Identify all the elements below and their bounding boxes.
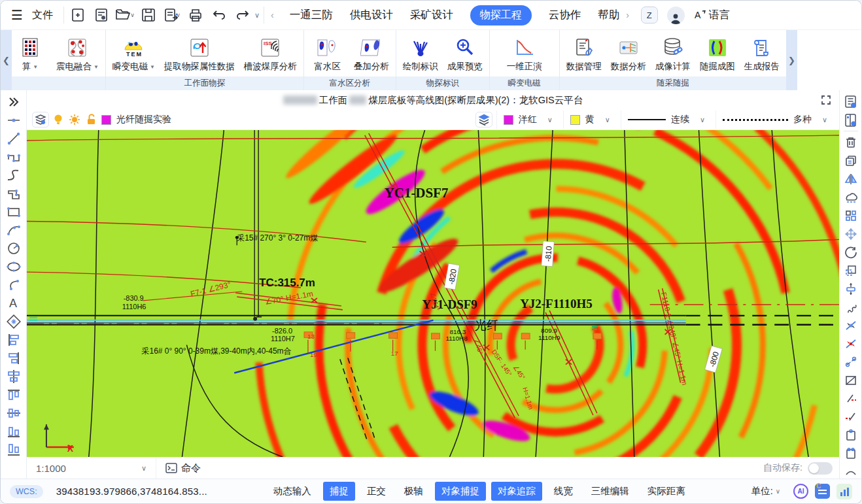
move-tool[interactable]: [842, 225, 860, 243]
spring-tool[interactable]: [842, 298, 860, 316]
scale-rect-tool[interactable]: [842, 261, 860, 279]
tool-chengguoyulan[interactable]: 成果预览: [447, 37, 483, 73]
align-right-tool[interactable]: [5, 349, 23, 367]
point-tool[interactable]: [5, 111, 23, 129]
command-input[interactable]: 命令: [165, 462, 201, 475]
avatar[interactable]: [667, 7, 685, 24]
tab-help[interactable]: 帮助: [598, 8, 619, 22]
tabs-scroll-left-icon[interactable]: ‹: [268, 10, 277, 20]
paste-single-tool[interactable]: [842, 426, 860, 444]
color-select[interactable]: 洋红 ∨: [496, 110, 559, 129]
curve-tool[interactable]: [5, 276, 23, 294]
tool-jisuan[interactable]: 算▼: [13, 37, 47, 73]
line-tool[interactable]: [5, 129, 23, 147]
tab-yunxiezuo[interactable]: 云协作: [549, 8, 581, 22]
edit-doc-button[interactable]: [92, 5, 111, 25]
ribbon-scroll-left-icon[interactable]: ❮: [1, 30, 12, 90]
tab-wutan-active[interactable]: 物探工程: [470, 5, 532, 25]
tool-caobomeihou[interactable]: ISS 槽波煤厚分析: [244, 37, 297, 73]
map-canvas[interactable]: -820-810-800 YC1-DSF7采15# 270° 3° 0-27m煤…: [27, 130, 839, 457]
fullscreen-icon[interactable]: [821, 95, 831, 108]
distribute-tool[interactable]: [5, 441, 23, 458]
toggle-lineweight[interactable]: 线宽: [547, 482, 579, 501]
toggle-real-distance[interactable]: 实际距离: [641, 482, 692, 501]
tool-shunbiandianci[interactable]: TEM 瞬变电磁▼: [112, 37, 155, 73]
extend-tool[interactable]: [842, 335, 860, 352]
print-button[interactable]: [186, 5, 205, 25]
toggle-object-snap[interactable]: 对象捕捉: [435, 482, 486, 501]
language-switch[interactable]: A语言: [694, 8, 730, 22]
tool-suijuechengtu[interactable]: 随掘成图: [700, 37, 735, 73]
tab-caikuang[interactable]: 采矿设计: [410, 8, 453, 22]
toggle-snap[interactable]: 捕捉: [323, 482, 355, 501]
tool-chengxiangjisuan[interactable]: 成像计算: [655, 37, 691, 73]
workspace-badge[interactable]: Z: [641, 7, 658, 24]
polygon-tool[interactable]: [5, 184, 23, 202]
toggle-polar[interactable]: 极轴: [398, 482, 430, 501]
clip-tool[interactable]: [842, 371, 860, 389]
arc-segment-tool[interactable]: [842, 463, 860, 479]
align-left-tool[interactable]: [5, 331, 23, 348]
align-center-tool[interactable]: [5, 367, 23, 385]
panel-settings-button[interactable]: [842, 111, 860, 129]
layer-on-bulb-icon[interactable]: [53, 114, 63, 126]
statistics-button[interactable]: [836, 484, 852, 499]
circle-tool[interactable]: [5, 239, 23, 257]
paste-multi-tool[interactable]: [842, 445, 860, 462]
ribbon-scroll-right-icon[interactable]: ❯: [786, 30, 797, 90]
undo-button[interactable]: [209, 5, 229, 25]
new-file-button[interactable]: [68, 5, 88, 25]
ellipse-tool[interactable]: [5, 258, 23, 275]
tool-shengchengbaogao[interactable]: 生成报告: [744, 37, 780, 73]
array-blocks-tool[interactable]: [842, 207, 860, 224]
copy-tool[interactable]: [842, 152, 860, 169]
tool-tiqushuju[interactable]: 提取物探属性数据: [164, 37, 235, 73]
unit-select[interactable]: 单位:∨: [751, 485, 780, 497]
mirror-tool[interactable]: [842, 170, 860, 188]
expand-panel-icon[interactable]: [5, 93, 23, 110]
cut-line-tool[interactable]: [842, 390, 860, 407]
properties-panel-button[interactable]: [842, 93, 860, 110]
file-menu[interactable]: 文件: [31, 8, 60, 22]
command-log-button[interactable]: [815, 484, 830, 499]
save-button[interactable]: [139, 5, 158, 25]
stretch-tool[interactable]: [842, 280, 860, 297]
tab-yitongsanfang[interactable]: 一通三防: [290, 8, 333, 22]
arc-tool[interactable]: [5, 221, 23, 239]
rectangle-tool[interactable]: [5, 203, 23, 220]
tool-fushuiqu[interactable]: 富水区: [311, 37, 345, 73]
stamp-tool[interactable]: [842, 188, 860, 206]
layer-unlock-icon[interactable]: [86, 114, 96, 126]
toggle-3d-edit[interactable]: 三维编辑: [585, 482, 636, 501]
rotate-tool[interactable]: [842, 243, 860, 261]
redo-button[interactable]: [233, 5, 252, 25]
tabs-scroll-right-icon[interactable]: ›: [623, 10, 632, 20]
dash-line-tool[interactable]: [842, 408, 860, 426]
tool-zhendianronghe[interactable]: 震电融合▼: [56, 37, 99, 73]
autosave-toggle[interactable]: [808, 462, 833, 475]
layer-stack-button[interactable]: [475, 112, 492, 127]
tool-huizhibiaoshi[interactable]: 绘制标识: [403, 37, 438, 73]
scale-select[interactable]: 1:1000 ∨: [27, 458, 156, 479]
layer-color-swatch[interactable]: [101, 115, 111, 125]
toolbar-expand-icon[interactable]: ∨: [254, 11, 260, 20]
lineweight-select[interactable]: 多种 ∨: [715, 110, 834, 129]
linetype-select[interactable]: 连续 ∨: [621, 110, 712, 129]
toggle-ortho[interactable]: 正交: [360, 482, 392, 501]
tab-gongdian[interactable]: 供电设计: [350, 8, 393, 22]
tool-diejiafenxi[interactable]: 叠加分析: [354, 37, 389, 73]
export-button[interactable]: ∨: [162, 5, 182, 25]
polyline-tool[interactable]: [5, 148, 23, 165]
align-bottom-tool[interactable]: [5, 422, 23, 440]
open-file-button[interactable]: ∨: [115, 5, 135, 25]
toggle-object-track[interactable]: 对象追踪: [491, 482, 542, 501]
ai-assistant-button[interactable]: AI: [793, 484, 808, 499]
tool-yiweizhengyan[interactable]: 一维正演: [507, 37, 542, 73]
layer-freeze-sun-icon[interactable]: [69, 114, 80, 126]
layer-manager-button[interactable]: [32, 112, 49, 127]
trim-tool[interactable]: [842, 316, 860, 334]
tool-shujufenxi[interactable]: 数据分析: [611, 37, 646, 73]
current-layer-name[interactable]: 光纤随掘实验: [116, 114, 171, 126]
hamburger-menu-icon[interactable]: ☰: [7, 7, 27, 23]
spline-tool[interactable]: [5, 166, 23, 184]
